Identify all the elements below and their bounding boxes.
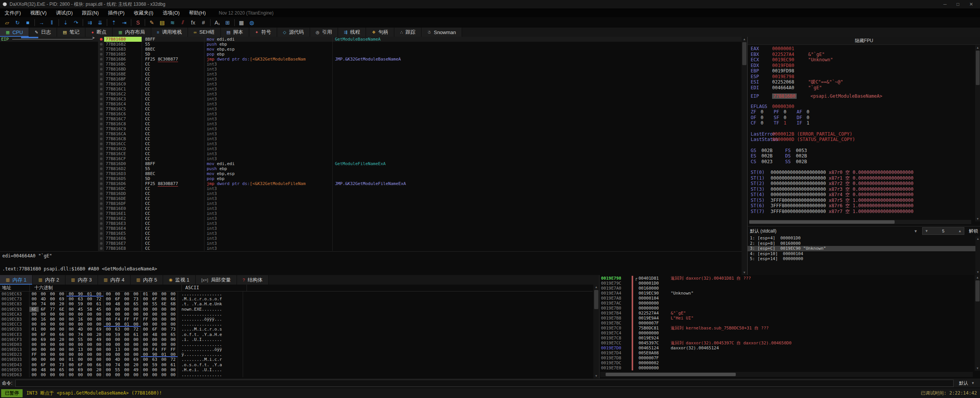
memory-dump[interactable]: 地址 十六进制 ASCII 0019EC63000000000090010000… [0, 285, 593, 378]
disasm-row[interactable]: 77B816C7CCint3 [0, 116, 742, 121]
disasm-row[interactable]: 77B816C5CCint3 [0, 106, 742, 111]
breakpoint-column[interactable] [98, 171, 104, 176]
stack-hscrollbar[interactable] [600, 372, 973, 377]
arguments-panel[interactable]: 默认 (stdcall) ▼ ▼ 5 ▲ 解锁 1: [esp+4] 00000… [747, 226, 980, 275]
breakpoint-column[interactable] [98, 176, 104, 181]
menu-item-3[interactable]: 调试(D) [51, 10, 77, 16]
unlock-button[interactable]: 解锁 [969, 228, 978, 234]
run-to-expression-icon[interactable]: ⇥ [119, 18, 129, 27]
breakpoint-column[interactable] [98, 136, 104, 141]
breakpoint-column[interactable] [98, 92, 104, 97]
argument-row[interactable]: 3: [esp+C] 0019EC90 "Unknown" [748, 246, 980, 251]
disasm-row[interactable]: 77B816C2CCint3 [0, 92, 742, 97]
dump-row[interactable]: 0019ED43006F0073006F00660074002000590061… [0, 362, 593, 367]
argument-rows[interactable]: 1: [esp+4] 000001D02: [esp+8] 001600003:… [748, 236, 980, 262]
breakpoint-slot[interactable] [100, 167, 103, 170]
breakpoint-slot[interactable] [100, 232, 103, 235]
scroll-thumb[interactable] [594, 290, 598, 309]
disasm-row[interactable]: 77B816CECCint3 [0, 151, 742, 156]
breakpoint-slot[interactable] [100, 192, 103, 195]
disasm-row[interactable]: 77B816C3CCint3 [0, 97, 742, 102]
register-row[interactable]: EBP0019FD98 [751, 68, 973, 74]
breakpoint-slot[interactable] [100, 227, 103, 230]
disasm-row[interactable]: 77B816E1CCint3 [0, 211, 742, 216]
disasm-row[interactable]: 77B816CBCCint3 [0, 136, 742, 141]
disasm-row[interactable]: 77B816BDCCint3 [0, 67, 742, 72]
disasm-row[interactable]: 77B816BCCCint3 [0, 62, 742, 67]
breakpoint-slot[interactable] [100, 123, 103, 125]
argument-row[interactable]: 2: [esp+8] 00160000 [748, 241, 980, 246]
stack-row[interactable]: 0019E7B000000000 [599, 306, 975, 311]
disasm-row[interactable]: 77B816B08BFFmov edi,ediGetModuleBaseName… [0, 37, 742, 42]
breakpoint-slot[interactable] [100, 202, 103, 205]
disasm-row[interactable]: 77B816E5CCint3 [0, 231, 742, 236]
disasm-row[interactable]: 77B816CFCCint3 [0, 156, 742, 161]
disasm-row[interactable]: 77B816D6FF25 8830B877jmp dword ptr ds:[<… [0, 181, 742, 186]
menu-item-1[interactable]: 文件(F) [0, 10, 26, 16]
argument-row[interactable]: 4: [esp+10] 00000104 [748, 251, 980, 257]
scroll-up-arrow[interactable]: ▲ [742, 38, 747, 41]
arguments-scrollbar[interactable]: ▲ ▼ [975, 236, 980, 275]
dump-row[interactable]: 0019ED0300000000000000000000000000000000… [0, 342, 593, 347]
menu-item-7[interactable]: 选项(O) [158, 10, 185, 16]
tab-struct[interactable]: ?结构体 [237, 275, 269, 285]
dump-scrollbar[interactable]: ▲ ▼ [593, 285, 599, 378]
disasm-row[interactable]: 77B816D55Dpop ebp [0, 176, 742, 181]
breakpoint-column[interactable] [98, 72, 104, 77]
breakpoint-column[interactable] [98, 52, 104, 57]
tab-dump-2[interactable]: ▥内存 2 [33, 275, 65, 285]
register-row[interactable]: ES002BDS002B [751, 153, 973, 159]
tab-dump-3[interactable]: ▥内存 3 [65, 275, 98, 285]
tab-dump-1[interactable]: ▥内存 1 [0, 275, 33, 285]
pause-icon[interactable]: ‖ [47, 18, 57, 27]
command-input[interactable] [15, 380, 954, 387]
stop-icon[interactable]: ■ [23, 18, 33, 27]
breakpoint-column[interactable] [98, 211, 104, 216]
argument-count-spinner[interactable]: ▼ 5 ▲ [922, 227, 964, 235]
disasm-row[interactable]: 77B816D255push ebp [0, 166, 742, 171]
dump-row[interactable]: 0019ED23FF000000000000000000000000900100… [0, 352, 593, 357]
register-row[interactable]: EFLAGS00000300 [751, 104, 973, 110]
stack-row[interactable]: 0019E7B4022527A4&"`gE" [599, 311, 975, 316]
argument-row[interactable]: 1: [esp+4] 000001D0 [748, 236, 980, 241]
topmost-icon[interactable]: ⊞ [222, 18, 233, 27]
close-button[interactable]: ✕ [969, 2, 973, 7]
dump-row[interactable]: 0019EC936E6F776E004558450000000000000000… [0, 307, 593, 312]
breakpoint-column[interactable] [98, 221, 104, 226]
disasm-row[interactable]: 77B816E4CCint3 [0, 226, 742, 231]
breakpoint-slot[interactable] [100, 242, 103, 245]
tab-script[interactable]: ▤脚本 [221, 28, 249, 37]
register-row[interactable]: ZF0PF0AF0 [751, 109, 973, 115]
tab-handles[interactable]: ❖句柄 [366, 28, 394, 37]
stack-row[interactable]: 0019E7A000160000 [599, 286, 975, 291]
dump-row[interactable]: 0019ED330000000001000000004D006900630072… [0, 357, 593, 362]
register-row[interactable]: ST(6)3FFF8000000000000000 x87r6 空 1.0000… [751, 203, 973, 209]
dump-row[interactable]: 0019ED5300480065006900200055004900000000… [0, 367, 593, 372]
disasm-row[interactable]: 77B816E0CCint3 [0, 206, 742, 211]
register-row[interactable]: ESP0019E798 [751, 74, 973, 80]
maximize-button[interactable]: □ [957, 2, 959, 7]
breakpoint-column[interactable] [98, 111, 104, 116]
graph-icon[interactable]: ≋ [167, 18, 178, 27]
breakpoint-column[interactable] [98, 161, 104, 166]
breakpoint-slot[interactable] [100, 118, 103, 120]
scroll-up-arrow[interactable]: ▲ [975, 276, 980, 279]
stack-rows[interactable]: 0019E798┌00401D81返回到 daxxor(32).00401D81… [599, 276, 975, 370]
stack-row[interactable]: 0019E7DC00000002 [599, 360, 975, 365]
stack-row[interactable]: 0019E7AC00000000 [599, 301, 975, 306]
tab-notes[interactable]: ▤笔记 [57, 28, 85, 37]
disasm-row[interactable]: 77B816D08BFFmov edi,ediGetModuleFileName… [0, 161, 742, 166]
breakpoint-slot[interactable] [100, 128, 103, 130]
breakpoint-column[interactable] [98, 186, 104, 191]
register-row[interactable]: EDX0019FD80 [751, 63, 973, 69]
stack-row[interactable]: 0019E7A800000104 [599, 296, 975, 301]
hide-fpu-button[interactable]: 隐藏FPU [748, 37, 980, 45]
breakpoint-slot[interactable] [100, 78, 103, 80]
tab-watch-1[interactable]: ◉监视 1 [163, 275, 195, 285]
calculator-icon[interactable]: ▦ [236, 18, 247, 27]
run-to-user-code-icon[interactable]: ⇉ [85, 18, 95, 27]
breakpoint-slot[interactable] [100, 73, 103, 75]
run-down-icon[interactable]: ⇊ [95, 18, 105, 27]
register-row[interactable]: EIP77B816B0 <psapi.GetModuleBaseNameA> [751, 93, 973, 99]
breakpoint-column[interactable] [98, 201, 104, 206]
